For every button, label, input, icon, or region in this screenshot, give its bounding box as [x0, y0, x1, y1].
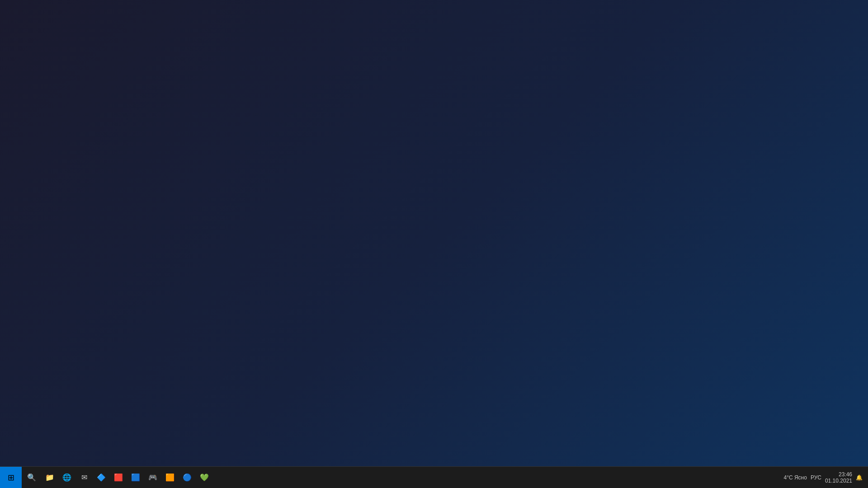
taskbar-icon-edge[interactable]: 🔷 [93, 467, 109, 488]
taskbar: ⊞ 🔍 📁 🌐 ✉ 🔷 🟥 🟦 🎮 🟧 🔵 💚 4°C Ясно РУС 23:… [0, 466, 868, 488]
taskbar-search-icon[interactable]: 🔍 [24, 467, 40, 488]
taskbar-icon-chrome[interactable]: 🌐 [59, 467, 75, 488]
taskbar-right: 4°C Ясно РУС 23:46 01.10.2021 🔔 [783, 471, 868, 484]
taskbar-time-date: 23:46 01.10.2021 [825, 471, 852, 484]
taskbar-icon-app2[interactable]: 🟦 [127, 467, 144, 488]
taskbar-icon-app1[interactable]: 🟥 [110, 467, 127, 488]
taskbar-icon-file-explorer[interactable]: 📁 [42, 467, 58, 488]
taskbar-icon-app4[interactable]: 🟧 [162, 467, 178, 488]
taskbar-icon-app6[interactable]: 💚 [196, 467, 212, 488]
taskbar-date: 01.10.2021 [825, 478, 852, 484]
taskbar-lang: РУС [811, 474, 821, 481]
taskbar-start-button[interactable]: ⊞ [0, 467, 22, 488]
taskbar-notification-icon[interactable]: 🔔 [856, 474, 863, 481]
taskbar-icon-mail[interactable]: ✉ [76, 467, 92, 488]
taskbar-time: 23:46 [825, 471, 852, 478]
taskbar-weather: 4°C Ясно [783, 474, 807, 481]
taskbar-icon-app3[interactable]: 🎮 [145, 467, 161, 488]
taskbar-icons: 📁 🌐 ✉ 🔷 🟥 🟦 🎮 🟧 🔵 💚 [42, 467, 212, 488]
taskbar-icon-app5[interactable]: 🔵 [179, 467, 195, 488]
desktop-background [0, 0, 868, 488]
